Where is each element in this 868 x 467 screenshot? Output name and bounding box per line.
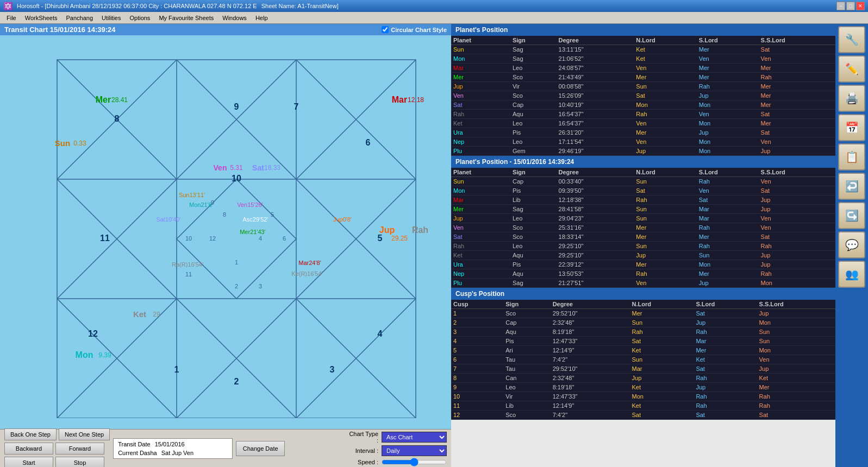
table-cell: 15:26'09": [557, 91, 634, 100]
menu-help[interactable]: Help: [251, 14, 272, 22]
current-dasha-label: Current Dasha: [118, 450, 157, 456]
backward-btn[interactable]: Backward: [4, 443, 53, 455]
sidebar-btn-edit[interactable]: ✏️: [838, 55, 865, 83]
table-cell: 21:43'49": [557, 73, 634, 82]
sidebar-btn-notes[interactable]: 📋: [838, 143, 865, 171]
change-date-btn[interactable]: Change Date: [236, 441, 285, 456]
table-cell: Sat: [634, 91, 696, 100]
table-row: NepLeo17:11'54"VenMonVen: [451, 137, 835, 147]
menu-my favourite sheets[interactable]: My Favourite Sheets: [154, 14, 218, 22]
table-cell: 29:25'10": [557, 242, 634, 251]
maximize-btn[interactable]: □: [846, 2, 855, 10]
table-cell: Sag: [510, 54, 557, 64]
transit-date-label: Transit Date: [118, 441, 151, 447]
table-row: 5Ari12:14'9"KetMerMon: [451, 346, 835, 355]
table-cell: Mer: [634, 223, 696, 232]
table-cell: Sun: [634, 242, 696, 251]
table-cell: Mon: [697, 100, 759, 110]
speed-slider[interactable]: [382, 458, 447, 466]
table-cell: Rah: [759, 242, 835, 251]
chart-type-select[interactable]: Asc Chart Moon Chart: [382, 432, 447, 443]
interval-label: Interval :: [348, 447, 378, 454]
minimize-btn[interactable]: −: [836, 2, 845, 10]
menu-worksheets[interactable]: WorkSheets: [21, 14, 62, 22]
table-cell: Sat: [694, 411, 757, 420]
table-row: MerSag28:41'58"SunMarJup: [451, 205, 835, 214]
menu-panchang[interactable]: Panchang: [61, 14, 97, 22]
menu-windows[interactable]: Windows: [218, 14, 251, 22]
table-cell: Pis: [510, 260, 557, 269]
menu-file[interactable]: File: [2, 14, 21, 22]
table-cell: Cap: [503, 318, 550, 327]
table-cell: Plu: [451, 147, 510, 156]
table-cell: Mer: [697, 73, 759, 82]
table-cell: Mer: [634, 128, 696, 137]
table-cell: Jup: [759, 195, 835, 205]
table-cell: Can: [503, 374, 550, 383]
table-cell: Aqu: [510, 251, 557, 260]
table-cell: Lib: [510, 195, 557, 205]
natal-header-row: PlanetSignDegreeN.LordS.LordS.S.Lord: [451, 36, 835, 45]
close-btn[interactable]: ✕: [856, 2, 865, 10]
table-cell: Sag: [510, 279, 557, 288]
table-row: VenSco15:26'09"SatJupMer: [451, 91, 835, 100]
table-cell: Gem: [510, 147, 557, 156]
chart-header: Transit Chart 15/01/2016 14:39:24 Circul…: [0, 24, 451, 35]
table-row: JupVir00:08'58"SunRahMer: [451, 82, 835, 91]
back-one-step-btn[interactable]: Back One Step: [4, 428, 57, 440]
table-cell: Mer: [634, 260, 696, 269]
table-cell: Jup: [694, 383, 757, 392]
table-row: RahAqu16:54'37"RahVenSat: [451, 110, 835, 119]
sidebar-btn-print[interactable]: 🖨️: [838, 85, 865, 112]
table-cell: 21:27'51": [557, 279, 634, 288]
sidebar-btn-forward[interactable]: ↪️: [838, 202, 865, 229]
sidebar-btn-back[interactable]: ↩️: [838, 173, 865, 200]
table-cell: Sat: [694, 309, 757, 318]
table-cell: Ket: [451, 119, 510, 128]
table-cell: Jup: [634, 251, 696, 260]
start-btn[interactable]: Start: [4, 457, 53, 468]
table-cell: Rah: [759, 269, 835, 279]
table-row: 8Can2:32'48"JupRahKet: [451, 374, 835, 383]
chart-style[interactable]: Circular Chart Style: [382, 26, 447, 33]
sidebar-btn-network[interactable]: 👥: [838, 261, 865, 288]
table-cell: Sat: [630, 337, 694, 346]
table-cell: Rah: [634, 195, 696, 205]
table-cell: Mon: [451, 54, 510, 64]
sidebar-btn-tools[interactable]: 🔧: [838, 26, 865, 53]
table-cell: 16:54'37": [557, 119, 634, 128]
table-cell: 1: [451, 309, 503, 318]
circular-style-checkbox[interactable]: [382, 26, 389, 33]
menu-options[interactable]: Options: [125, 14, 154, 22]
table-row: SunCap00:33'40"SunRahVen: [451, 177, 835, 186]
table-cell: Rah: [694, 401, 757, 411]
next-one-step-btn[interactable]: Next One Step: [59, 428, 110, 440]
table-cell: Ven: [697, 186, 759, 195]
table-cell: Mer: [759, 100, 835, 110]
table-cell: Leo: [510, 137, 557, 147]
sidebar-btn-whatsapp[interactable]: 💬: [838, 231, 865, 258]
table-cell: Jup: [451, 82, 510, 91]
table-row: MerSco21:43'49"MerMerRah: [451, 73, 835, 82]
table-row: 10Vir12:47'33"MonRahRah: [451, 392, 835, 401]
table-cell: Rah: [694, 327, 757, 337]
forward-btn[interactable]: Forward: [55, 443, 104, 455]
table-cell: Sat: [759, 128, 835, 137]
table-cell: 29:52'10": [551, 309, 630, 318]
table-cell: Mon: [759, 279, 835, 288]
table-cell: Ura: [451, 128, 510, 137]
menu-utilities[interactable]: Utilities: [97, 14, 125, 22]
table-cell: Ven: [697, 54, 759, 64]
table-row: SatCap10:40'19"MonMonMer: [451, 100, 835, 110]
stop-btn[interactable]: Stop: [55, 457, 104, 468]
table-row: VenSco25:31'16"MerRahVen: [451, 223, 835, 232]
table-cell: 12:14'9": [551, 346, 630, 355]
speed-label: Speed :: [348, 459, 378, 465]
bottom-controls: Back One Step Next One Step Backward For…: [0, 429, 451, 467]
sidebar-btn-calendar[interactable]: 📅: [838, 114, 865, 141]
interval-select[interactable]: Daily Weekly Monthly: [382, 445, 447, 456]
title-bar: 🔯 Horosoft - [Dhirubhi Ambani 28/12/1932…: [0, 0, 868, 12]
table-row: SatSco18:33'14"MerMerSat: [451, 232, 835, 242]
table-cell: 6: [451, 355, 503, 364]
table-cell: Jup: [634, 147, 696, 156]
